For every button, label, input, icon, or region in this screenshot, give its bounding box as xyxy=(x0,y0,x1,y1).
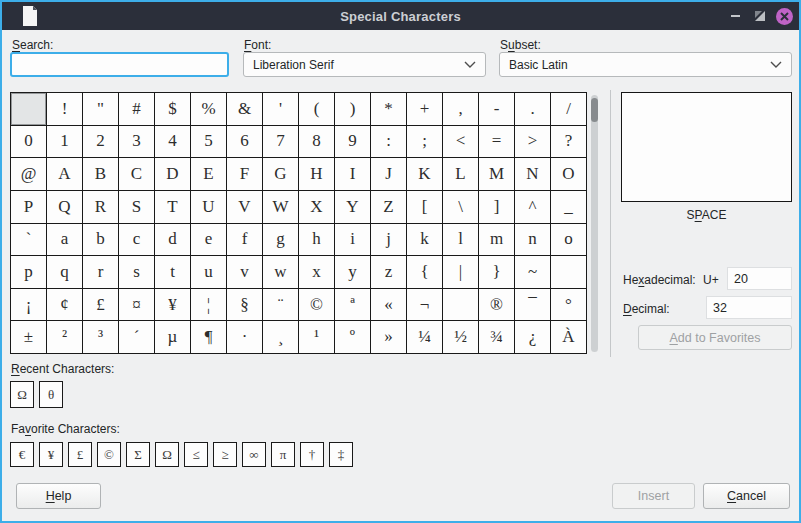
char-cell[interactable]: e xyxy=(191,224,226,256)
cancel-button[interactable]: Cancel xyxy=(703,483,790,509)
char-cell[interactable]: ¡ xyxy=(11,289,46,321)
char-cell[interactable]: A xyxy=(47,158,82,190)
char-cell[interactable]: ® xyxy=(479,289,514,321)
char-cell[interactable]: ½ xyxy=(443,321,478,353)
favorite-char-cell[interactable]: ¥ xyxy=(39,442,63,467)
char-cell[interactable]: H xyxy=(299,158,334,190)
char-cell[interactable]: & xyxy=(227,93,262,125)
char-cell[interactable]: ¿ xyxy=(515,321,550,353)
char-cell[interactable]: r xyxy=(83,256,118,288)
char-cell[interactable]: X xyxy=(299,191,334,223)
char-cell[interactable] xyxy=(551,256,586,288)
char-cell[interactable]: ¤ xyxy=(119,289,154,321)
char-cell[interactable]: Z xyxy=(371,191,406,223)
favorite-char-cell[interactable]: € xyxy=(10,442,34,467)
char-cell[interactable]: 6 xyxy=(227,126,262,158)
char-cell[interactable]: [ xyxy=(407,191,442,223)
char-cell[interactable]: O xyxy=(551,158,586,190)
char-cell[interactable]: 2 xyxy=(83,126,118,158)
char-cell[interactable]: ! xyxy=(47,93,82,125)
favorite-char-cell[interactable]: ≥ xyxy=(213,442,237,467)
char-cell[interactable]: . xyxy=(515,93,550,125)
char-cell[interactable]: ¬ xyxy=(407,289,442,321)
char-cell[interactable]: M xyxy=(479,158,514,190)
char-cell[interactable]: D xyxy=(155,158,190,190)
char-cell[interactable]: z xyxy=(371,256,406,288)
char-cell[interactable]: E xyxy=(191,158,226,190)
char-cell[interactable]: J xyxy=(371,158,406,190)
decimal-input[interactable] xyxy=(706,296,792,319)
char-cell[interactable]: L xyxy=(443,158,478,190)
char-cell[interactable]: ¨ xyxy=(263,289,298,321)
char-cell[interactable]: v xyxy=(227,256,262,288)
favorite-char-cell[interactable]: † xyxy=(300,442,324,467)
char-cell[interactable]: " xyxy=(83,93,118,125)
char-cell[interactable]: B xyxy=(83,158,118,190)
char-cell[interactable]: ² xyxy=(47,321,82,353)
char-cell[interactable]: µ xyxy=(155,321,190,353)
char-cell[interactable]: k xyxy=(407,224,442,256)
subset-select[interactable]: Basic Latin xyxy=(499,52,792,77)
char-cell[interactable]: s xyxy=(119,256,154,288)
char-cell[interactable]: F xyxy=(227,158,262,190)
help-button[interactable]: Help xyxy=(16,483,101,509)
favorite-char-cell[interactable]: ≤ xyxy=(184,442,208,467)
font-select[interactable]: Liberation Serif xyxy=(243,52,486,77)
search-input[interactable] xyxy=(10,52,229,77)
grid-scrollbar[interactable] xyxy=(591,95,598,352)
recent-char-cell[interactable]: Ω xyxy=(10,381,34,408)
favorite-char-cell[interactable]: £ xyxy=(68,442,92,467)
char-cell[interactable]: ¾ xyxy=(479,321,514,353)
char-cell[interactable]: g xyxy=(263,224,298,256)
char-cell[interactable]: » xyxy=(371,321,406,353)
favorite-char-cell[interactable]: π xyxy=(271,442,295,467)
char-cell[interactable]: - xyxy=(479,93,514,125)
char-cell[interactable]: G xyxy=(263,158,298,190)
char-cell[interactable]: ³ xyxy=(83,321,118,353)
char-cell[interactable]: y xyxy=(335,256,370,288)
char-cell[interactable]: 9 xyxy=(335,126,370,158)
char-cell[interactable] xyxy=(443,289,478,321)
char-cell[interactable]: 8 xyxy=(299,126,334,158)
char-cell[interactable]: a xyxy=(47,224,82,256)
char-cell[interactable]: : xyxy=(371,126,406,158)
char-cell[interactable]: U xyxy=(191,191,226,223)
favorite-char-cell[interactable]: ‡ xyxy=(329,442,353,467)
char-cell[interactable] xyxy=(11,93,46,125)
char-cell[interactable]: ´ xyxy=(119,321,154,353)
char-cell[interactable]: § xyxy=(227,289,262,321)
char-cell[interactable]: % xyxy=(191,93,226,125)
char-cell[interactable]: ` xyxy=(11,224,46,256)
char-cell[interactable]: m xyxy=(479,224,514,256)
char-cell[interactable]: ¸ xyxy=(263,321,298,353)
char-cell[interactable]: @ xyxy=(11,158,46,190)
char-cell[interactable]: S xyxy=(119,191,154,223)
minimize-button[interactable] xyxy=(723,2,747,30)
char-cell[interactable]: < xyxy=(443,126,478,158)
char-cell[interactable]: _ xyxy=(551,191,586,223)
char-cell[interactable]: ¹ xyxy=(299,321,334,353)
char-cell[interactable]: i xyxy=(335,224,370,256)
char-cell[interactable]: o xyxy=(551,224,586,256)
favorite-char-cell[interactable]: Σ xyxy=(126,442,150,467)
char-cell[interactable]: * xyxy=(371,93,406,125)
char-cell[interactable]: I xyxy=(335,158,370,190)
char-cell[interactable]: t xyxy=(155,256,190,288)
char-cell[interactable]: ¢ xyxy=(47,289,82,321)
maximize-button[interactable] xyxy=(748,2,772,30)
char-cell[interactable]: j xyxy=(371,224,406,256)
char-cell[interactable]: 3 xyxy=(119,126,154,158)
favorite-char-cell[interactable]: © xyxy=(97,442,121,467)
char-cell[interactable]: T xyxy=(155,191,190,223)
char-cell[interactable]: ] xyxy=(479,191,514,223)
char-cell[interactable]: l xyxy=(443,224,478,256)
char-cell[interactable]: d xyxy=(155,224,190,256)
hexadecimal-input[interactable] xyxy=(727,267,792,290)
char-cell[interactable]: À xyxy=(551,321,586,353)
char-cell[interactable]: ^ xyxy=(515,191,550,223)
char-cell[interactable]: 4 xyxy=(155,126,190,158)
char-cell[interactable]: # xyxy=(119,93,154,125)
char-cell[interactable]: } xyxy=(479,256,514,288)
char-cell[interactable]: ª xyxy=(335,289,370,321)
char-cell[interactable]: c xyxy=(119,224,154,256)
